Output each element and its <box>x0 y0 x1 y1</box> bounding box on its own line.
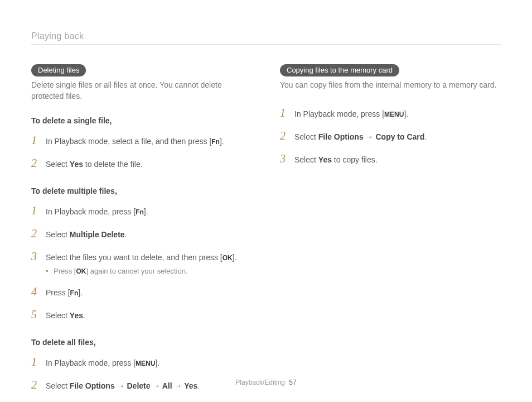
step-item: 4 Press [Fn]. <box>31 284 252 299</box>
pill-deleting-files: Deleting files <box>31 64 86 76</box>
left-column: Deleting files Delete single files or al… <box>31 64 252 402</box>
step-item: 2 Select File Options → Copy to Card. <box>280 128 501 143</box>
fn-icon: Fn <box>70 289 79 297</box>
content-columns: Deleting files Delete single files or al… <box>31 64 501 402</box>
step-body: In Playback mode, press [Fn]. <box>46 207 252 217</box>
step-number: 2 <box>31 156 40 171</box>
step-item: 5 Select Yes. <box>31 307 252 322</box>
ok-icon: OK <box>76 267 86 275</box>
step-item: 2 Select Yes to delete the file. <box>31 156 252 171</box>
step-number: 1 <box>31 133 40 148</box>
step-item: 3 Select Yes to copy files. <box>280 151 501 166</box>
step-number: 2 <box>280 128 289 143</box>
step-body: Select Yes to delete the file. <box>46 159 252 170</box>
page-number: 57 <box>289 379 296 386</box>
intro-text: Delete single files or all files at once… <box>31 80 252 102</box>
step-number: 2 <box>31 226 40 241</box>
footer-label: Playback/Editing <box>235 379 285 386</box>
step-item: 2 Select Multiple Delete. <box>31 226 252 241</box>
step-body: Select Multiple Delete. <box>46 229 252 240</box>
step-body: In Playback mode, press [MENU]. <box>294 109 501 119</box>
step-number: 3 <box>280 151 289 166</box>
steps-delete-multiple: 1 In Playback mode, press [Fn]. 2 Select… <box>31 203 252 322</box>
step-body: Press [Fn]. <box>46 288 252 298</box>
step-item: 1 In Playback mode, select a file, and t… <box>31 133 252 148</box>
step-number: 4 <box>31 284 40 299</box>
step-body: Select File Options → Copy to Card. <box>294 132 501 142</box>
menu-icon: MENU <box>384 111 404 118</box>
subhead-delete-multiple: To delete multiple files, <box>31 186 252 195</box>
step-number: 1 <box>280 106 289 121</box>
steps-copy-files: 1 In Playback mode, press [MENU]. 2 Sele… <box>280 106 501 166</box>
step-number: 1 <box>31 203 40 218</box>
step-item: 3 Select the files you want to delete, a… <box>31 249 252 276</box>
step-item: 1 In Playback mode, press [MENU]. <box>31 355 252 370</box>
ok-icon: OK <box>223 254 233 262</box>
page-footer: Playback/Editing 57 <box>0 379 532 386</box>
step-body: Select Yes. <box>46 310 252 321</box>
right-column: Copying files to the memory card You can… <box>280 64 501 402</box>
step-item: 1 In Playback mode, press [MENU]. <box>280 106 501 121</box>
step-body: In Playback mode, press [MENU]. <box>46 358 252 368</box>
step-body: In Playback mode, select a file, and the… <box>46 136 252 147</box>
step-body: Select the files you want to delete, and… <box>46 252 252 276</box>
fn-icon: Fn <box>211 138 220 146</box>
pill-copy-files: Copying files to the memory card <box>280 64 399 76</box>
page-section-header: Playing back <box>31 31 501 45</box>
subhead-delete-single: To delete a single file, <box>31 116 252 125</box>
step-item: 1 In Playback mode, press [Fn]. <box>31 203 252 218</box>
subhead-delete-all: To delete all files, <box>31 338 252 347</box>
steps-delete-single: 1 In Playback mode, select a file, and t… <box>31 133 252 171</box>
section-title: Playing back <box>31 31 84 41</box>
step-body: Select Yes to copy files. <box>294 155 501 165</box>
fn-icon: Fn <box>136 208 144 216</box>
step-number: 1 <box>31 355 40 370</box>
steps-delete-all: 1 In Playback mode, press [MENU]. 2 Sele… <box>31 355 252 393</box>
step-number: 5 <box>31 307 40 322</box>
menu-icon: MENU <box>136 360 155 367</box>
intro-text: You can copy files from the internal mem… <box>280 80 501 91</box>
step-number: 3 <box>31 249 40 264</box>
sub-bullet: Press [OK] again to cancel your selectio… <box>46 266 252 276</box>
